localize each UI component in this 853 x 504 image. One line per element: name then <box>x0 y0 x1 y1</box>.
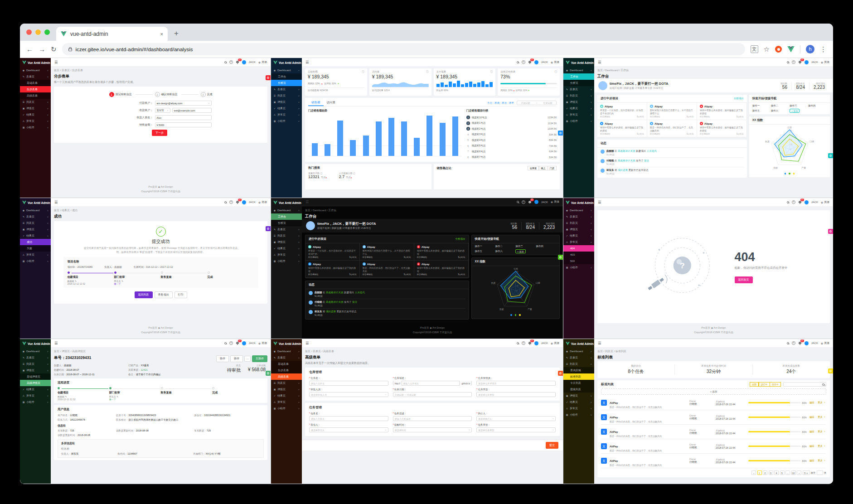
range-link[interactable]: 本年 <box>509 102 514 105</box>
feed-link[interactable]: 留言 <box>352 300 357 303</box>
help-icon[interactable]: ? <box>792 200 795 204</box>
footer-brand-link[interactable]: Ant Design <box>161 185 173 188</box>
footer-home-link[interactable]: Pro首页 <box>702 326 711 329</box>
list-item[interactable]: 支 AliPay那是一种内在的东西，他们到达不了，也无法触及的 Owner付晓晓… <box>601 454 826 468</box>
search-icon[interactable] <box>787 342 789 344</box>
sidebar-item[interactable]: ✎表单页∨ <box>20 354 51 361</box>
sidebar-item[interactable]: 工作台 <box>271 213 302 220</box>
effective-date-range[interactable]: 开始日期~结束日期 <box>393 392 472 397</box>
edit-link[interactable]: 编辑 <box>809 445 814 448</box>
op-link[interactable]: 操作六 <box>771 109 790 112</box>
project-card[interactable]: AAlipay 希望是一个好东西，也许是最好的，好东西是不会消亡的 科学搬砖组9… <box>305 243 360 261</box>
feed-link[interactable]: 八月迭代 <box>355 291 365 294</box>
op-link[interactable]: 操作一 <box>752 104 771 107</box>
more-link[interactable]: 更多 <box>818 459 823 462</box>
sidebar-item[interactable]: ▣详情页∧ <box>20 367 51 373</box>
filter-button[interactable]: 全部 <box>750 382 759 387</box>
settings-gear-button[interactable]: ⚙ <box>266 75 271 80</box>
amount-input[interactable]: ¥ 5000 <box>155 122 212 127</box>
menu-fold-icon[interactable]: ☰ <box>305 60 309 64</box>
all-projects-link[interactable]: 全部项目 <box>456 237 465 241</box>
project-card[interactable]: AAlipay 城镇中有那么多的酒馆，她却偏偏走进了我的酒馆 科学搬砖组9小时前 <box>697 120 747 137</box>
app-logo[interactable]: Vue Antd Admin <box>20 339 51 348</box>
team-link[interactable]: 科学搬砖组 <box>700 133 710 135</box>
sidebar-item[interactable]: ☰列表页∧ <box>563 361 594 367</box>
account-type-select[interactable]: 支付宝∨ <box>155 108 170 113</box>
sidebar-item[interactable]: ◉Dashboard∨ <box>563 348 594 354</box>
tab-sales[interactable]: 销售额 <box>308 100 324 106</box>
menu-fold-icon[interactable]: ☰ <box>54 200 58 204</box>
settings-gear-button[interactable]: ⚙ <box>558 131 563 136</box>
project-card[interactable]: AAlipay 城镇中有那么多的酒馆，她却偏偏走进了我的酒馆 科学搬砖组9小时前 <box>597 120 647 137</box>
sidebar-item[interactable]: ✎表单页∨ <box>271 86 302 92</box>
bell-icon[interactable]: 12 <box>236 60 239 64</box>
username[interactable]: JACK <box>541 201 548 204</box>
username[interactable]: JACK <box>811 342 818 344</box>
remind-time-picker[interactable]: 请选择时间◷ <box>393 427 472 432</box>
next-step-button[interactable]: 下一步 <box>152 130 167 136</box>
sidebar-item[interactable]: ◉Dashboard∧ <box>271 67 302 73</box>
payee-account-input[interactable]: test@example.com <box>172 108 212 113</box>
chrome-profile-avatar[interactable]: h <box>806 45 814 53</box>
language-switch[interactable]: ⊕简体 <box>551 200 559 204</box>
executor-select[interactable]: 请选择执行人∨ <box>476 416 556 421</box>
feed-link[interactable]: 高逼格设计天团 <box>618 150 635 152</box>
sidebar-item[interactable]: 500 <box>563 258 594 264</box>
bell-icon[interactable]: 12 <box>528 341 532 345</box>
action-button[interactable]: 操作 <box>216 355 229 362</box>
sidebar-item[interactable]: 高级表单 <box>271 373 302 380</box>
new-tab-button[interactable]: + <box>174 29 179 38</box>
sidebar-item[interactable]: ◉Dashboard∨ <box>563 207 594 213</box>
edit-link[interactable]: 编辑 <box>809 430 814 433</box>
search-icon[interactable] <box>787 61 789 63</box>
payee-name-input[interactable]: Alex <box>155 115 212 120</box>
sidebar-item[interactable]: ☰列表页∨ <box>563 220 594 226</box>
sidebar-item[interactable]: ⚠异常页∨ <box>563 111 594 118</box>
sidebar-item[interactable]: 成功 <box>20 239 51 245</box>
sidebar-item[interactable]: ▣详情页∨ <box>271 386 302 393</box>
sidebar-item[interactable]: 分步表单 <box>271 367 302 373</box>
user-avatar[interactable] <box>242 60 246 64</box>
forward-button[interactable]: → <box>39 46 45 53</box>
sidebar-item[interactable]: 分析页 <box>271 80 302 86</box>
language-switch[interactable]: ⊕简体 <box>821 200 829 204</box>
menu-fold-icon[interactable]: ☰ <box>54 60 58 64</box>
project-card[interactable]: AAlipay 城镇中有那么多的酒馆，她却偏偏走进了我的酒馆 科学搬砖组9小时前 <box>414 261 469 278</box>
page-button[interactable]: 10 <box>791 470 796 475</box>
team-link[interactable]: 科学搬砖组 <box>417 273 427 276</box>
bell-icon[interactable]: 12 <box>528 60 532 64</box>
sidebar-item[interactable]: ✓结果页∨ <box>271 393 302 399</box>
page-button[interactable]: › <box>797 470 801 475</box>
sidebar-item[interactable]: 高级详情页 <box>20 380 51 386</box>
list-item[interactable]: 支 AliPay那是一种内在的东西，他们到达不了，也无法触及的 Owner付晓晓… <box>601 396 826 410</box>
sidebar-item[interactable]: ▦小组件∨ <box>271 118 302 124</box>
team-link[interactable]: 科学搬砖组 <box>308 273 319 276</box>
page-button[interactable]: 1 <box>757 470 762 475</box>
add-button[interactable]: + 添加 <box>601 388 826 395</box>
sidebar-item[interactable]: ☰列表页∨ <box>271 380 302 386</box>
language-switch[interactable]: ⊕简体 <box>551 341 559 345</box>
feed-link[interactable]: 高逼格设计天团 <box>326 300 344 303</box>
sidebar-item[interactable]: 基础表单 <box>271 361 302 367</box>
approver-select[interactable]: 请选择审批人员∨ <box>309 392 388 397</box>
project-card[interactable]: AAlipay 希望是一个好东西，也许是最好的，好东西是不会消亡的 科学搬砖组9… <box>597 103 647 120</box>
footer-brand-link[interactable]: Ant Design <box>161 326 173 329</box>
op-link[interactable]: 操作四 <box>536 245 556 248</box>
menu-dots-icon[interactable]: ⋮ <box>820 46 827 53</box>
sidebar-item[interactable]: ▣详情页∨ <box>20 226 51 233</box>
language-switch[interactable]: ⊕简体 <box>258 341 267 345</box>
sidebar-item[interactable]: ▦小组件∨ <box>20 258 51 264</box>
sidebar-item[interactable]: 工作台 <box>563 73 594 80</box>
vue-devtools-icon[interactable] <box>787 46 795 53</box>
sidebar-item[interactable]: ⚠异常页∧ <box>563 239 594 245</box>
github-icon[interactable]: ◉ <box>711 326 713 329</box>
list-item[interactable]: 支 AliPay那是一种内在的东西，他们到达不了，也无法触及的 Owner付晓晓… <box>601 410 826 425</box>
user-avatar[interactable] <box>805 341 809 345</box>
list-item[interactable]: 支 AliPay那是一种内在的东西，他们到达不了，也无法触及的 Owner付晓晓… <box>601 425 826 439</box>
task-desc-input[interactable]: 请输入任务描述 <box>393 416 472 421</box>
sidebar-item[interactable]: ▦小组件∨ <box>20 124 51 131</box>
info-icon[interactable]: ⓘ <box>362 70 364 73</box>
edit-link[interactable]: 编辑 <box>809 416 814 419</box>
sidebar-item[interactable]: ▣详情页∨ <box>563 393 594 399</box>
sidebar-item[interactable]: ▣详情页∨ <box>563 226 594 233</box>
